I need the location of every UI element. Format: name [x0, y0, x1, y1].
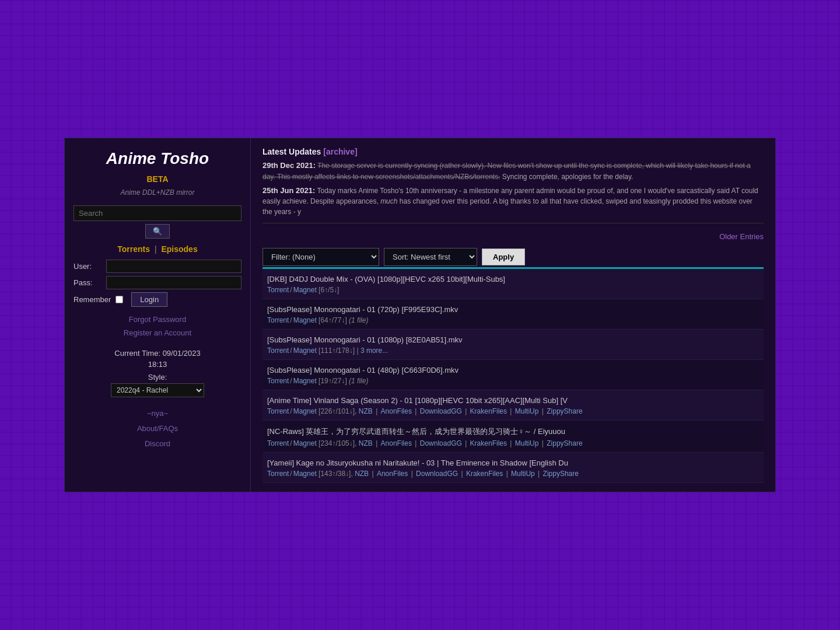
krakenfiles-link[interactable]: KrakenFiles [470, 407, 507, 415]
entry-links: Torrent/Magnet [143↑/38↓], NZB | AnonFil… [267, 470, 759, 478]
magnet-link[interactable]: Magnet [293, 407, 317, 415]
main-container: Anime Tosho BETA Anime DDL+NZB mirror 🔍 … [64, 138, 776, 492]
apply-button[interactable]: Apply [482, 249, 525, 265]
torrent-link[interactable]: Torrent [267, 346, 289, 355]
search-input[interactable] [74, 205, 242, 221]
auth-links: Forgot Password Register an Account [74, 313, 242, 340]
search-area: 🔍 [74, 205, 242, 239]
anonfiles-link[interactable]: AnonFiles [381, 439, 412, 447]
krakenfiles-link[interactable]: KrakenFiles [470, 439, 507, 447]
link-separator: / [290, 346, 292, 355]
style-label: Style: [74, 373, 242, 382]
user-input[interactable] [106, 260, 242, 273]
seeder-info: [226↑/101↓], [318, 407, 359, 415]
latest-updates: Latest Updates [archive] 29th Dec 2021: … [262, 147, 764, 223]
remember-checkbox[interactable] [116, 296, 123, 303]
latest-updates-title: Latest Updates [archive] [262, 147, 764, 156]
downloadgg-link[interactable]: DownloadGG [420, 439, 462, 447]
magnet-link[interactable]: Magnet [293, 286, 317, 294]
magnet-link[interactable]: Magnet [293, 377, 317, 385]
magnet-link[interactable]: Magnet [293, 470, 317, 478]
logo-beta: BETA [146, 174, 168, 184]
multiup-link[interactable]: MultiUp [515, 439, 539, 447]
magnet-link[interactable]: Magnet [293, 346, 317, 355]
current-time-value: 18:13 [148, 360, 167, 369]
nzb-link[interactable]: NZB [359, 407, 373, 415]
link-separator: / [290, 286, 292, 294]
filter-select[interactable]: Filter: (None) Filter: Anime - Sub Filte… [262, 248, 379, 266]
magnet-link[interactable]: Magnet [293, 439, 317, 447]
filter-bar: Filter: (None) Filter: Anime - Sub Filte… [262, 248, 764, 266]
zippyshare-link[interactable]: ZippyShare [547, 407, 582, 415]
entry-item: [Anime Time] Vinland Saga (Season 2) - 0… [262, 390, 764, 421]
entry-links: Torrent/Magnet [111↑/178↓] | 3 more... [267, 346, 759, 355]
update-entry-1: 29th Dec 2021: The storage server is cur… [262, 160, 764, 182]
more-link[interactable]: 3 more... [360, 346, 388, 355]
entry-item: [DKB] D4DJ Double Mix - (OVA) [1080p][HE… [262, 269, 764, 299]
krakenfiles-link[interactable]: KrakenFiles [466, 470, 503, 478]
link-separator: / [290, 470, 292, 478]
login-section: User: Pass: Remember Login [74, 260, 242, 307]
sidebar: Anime Tosho BETA Anime DDL+NZB mirror 🔍 … [64, 138, 251, 492]
user-row: User: [74, 260, 242, 273]
logo-subtitle: Anime DDL+NZB mirror [74, 188, 242, 197]
seeder-info: [64↑/77↓] [318, 316, 349, 324]
entry-item: [SubsPlease] Mononogatari - 01 (480p) [C… [262, 360, 764, 390]
update-date-2: 25th Jun 2021: [262, 186, 315, 195]
zippyshare-link[interactable]: ZippyShare [543, 470, 579, 478]
nzb-link[interactable]: NZB [359, 439, 373, 447]
entry-title: [SubsPlease] Mononogatari - 01 (480p) [C… [267, 366, 759, 374]
nav-links: Torrents | Episodes [74, 244, 242, 254]
torrent-link[interactable]: Torrent [267, 286, 289, 294]
torrent-link[interactable]: Torrent [267, 470, 289, 478]
logo-area: Anime Tosho BETA Anime DDL+NZB mirror [74, 150, 242, 197]
entry-title: [Anime Time] Vinland Saga (Season 2) - 0… [267, 396, 759, 405]
torrent-link[interactable]: Torrent [267, 316, 289, 324]
link-separator: / [290, 377, 292, 385]
about-link[interactable]: About/FAQs [74, 421, 242, 436]
discord-link[interactable]: Discord [74, 436, 242, 452]
entry-item: [NC-Raws] 英雄王，为了穷尽武道而转生～然后，成为世界最强的见习骑士♀～… [262, 421, 764, 453]
torrent-link[interactable]: Torrent [267, 407, 289, 415]
nav-torrents[interactable]: Torrents [117, 244, 150, 254]
magnet-link[interactable]: Magnet [293, 316, 317, 324]
login-button[interactable]: Login [131, 292, 167, 307]
entry-title: [DKB] D4DJ Double Mix - (OVA) [1080p][HE… [267, 275, 759, 284]
archive-link[interactable]: [archive] [323, 147, 357, 156]
downloadgg-link[interactable]: DownloadGG [416, 470, 458, 478]
update-entry-2: 25th Jun 2021: Today marks Anime Tosho's… [262, 185, 764, 218]
nya-link[interactable]: ~nya~ [74, 406, 242, 421]
entry-title: [SubsPlease] Mononogatari - 01 (1080p) [… [267, 335, 759, 344]
nav-episodes[interactable]: Episodes [161, 244, 197, 254]
nzb-link[interactable]: NZB [355, 470, 369, 478]
style-row: Style: 2022q4 - Rachel Default Dark [74, 373, 242, 397]
seeder-info: [19↑/27↓] [318, 377, 349, 385]
forgot-password-link[interactable]: Forgot Password [74, 313, 242, 326]
anonfiles-link[interactable]: AnonFiles [377, 470, 408, 478]
nav-divider: | [155, 244, 157, 254]
entry-links: Torrent/Magnet [226↑/101↓], NZB | AnonFi… [267, 407, 759, 415]
update-normal-text-1: Syncing complete, apologies for the dela… [502, 173, 634, 181]
seeder-info: [234↑/105↓], [318, 439, 359, 447]
entry-item: [Yameii] Kage no Jitsuryokusha ni Narita… [262, 453, 764, 483]
entry-item: [SubsPlease] Mononogatari - 01 (720p) [F… [262, 299, 764, 330]
downloadgg-link[interactable]: DownloadGG [420, 407, 462, 415]
search-button[interactable]: 🔍 [145, 224, 170, 239]
sort-select[interactable]: Sort: Newest first Sort: Oldest first So… [384, 248, 477, 266]
older-entries-link[interactable]: Older Entries [262, 232, 764, 241]
pass-input[interactable] [106, 276, 242, 289]
seeder-info: [6↑/5↓] [318, 286, 339, 294]
update-date-1: 29th Dec 2021: [262, 161, 316, 170]
zippyshare-link[interactable]: ZippyShare [547, 439, 582, 447]
style-select[interactable]: 2022q4 - Rachel Default Dark [111, 383, 204, 397]
file-count: (1 file) [349, 377, 368, 385]
register-link[interactable]: Register an Account [74, 326, 242, 340]
multiup-link[interactable]: MultiUp [515, 407, 539, 415]
torrent-link[interactable]: Torrent [267, 439, 289, 447]
link-separator: / [290, 316, 292, 324]
multiup-link[interactable]: MultiUp [511, 470, 535, 478]
remember-label: Remember [74, 295, 111, 304]
torrent-link[interactable]: Torrent [267, 377, 289, 385]
entry-links: Torrent/Magnet [64↑/77↓] (1 file) [267, 316, 759, 324]
anonfiles-link[interactable]: AnonFiles [381, 407, 412, 415]
